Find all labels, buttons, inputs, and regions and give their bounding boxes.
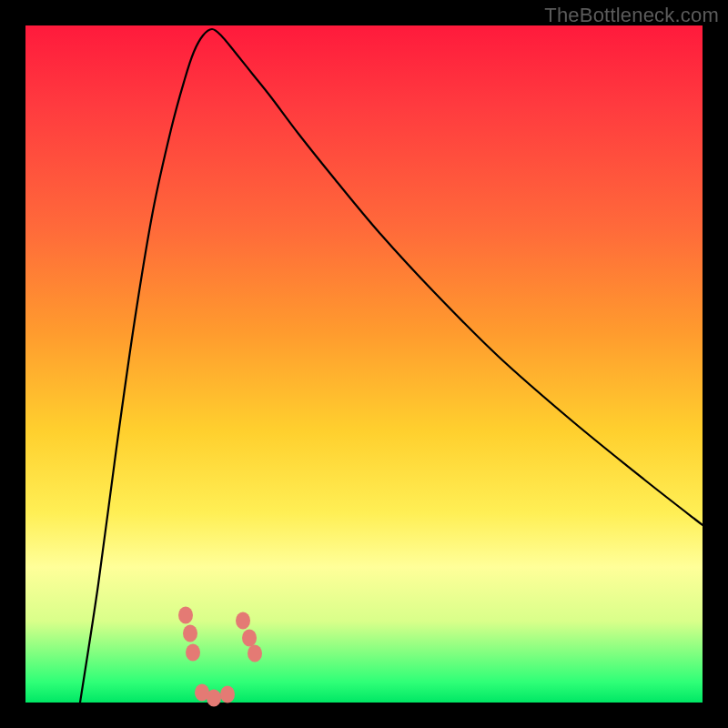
plot-area xyxy=(25,25,703,703)
left-cluster-2 xyxy=(183,625,197,642)
chart-frame: TheBottleneck.com xyxy=(0,0,728,728)
left-cluster-3 xyxy=(186,644,200,662)
marker-layer xyxy=(178,607,262,707)
curve-layer xyxy=(25,25,703,703)
watermark-text: TheBottleneck.com xyxy=(544,4,719,27)
bottleneck-curve xyxy=(80,29,703,703)
right-cluster-1 xyxy=(236,612,250,630)
left-cluster-1 xyxy=(178,607,193,624)
bottom-cluster-3 xyxy=(220,686,235,703)
right-cluster-3 xyxy=(248,645,262,662)
right-cluster-2 xyxy=(242,630,257,647)
bottom-cluster-2 xyxy=(207,690,221,707)
